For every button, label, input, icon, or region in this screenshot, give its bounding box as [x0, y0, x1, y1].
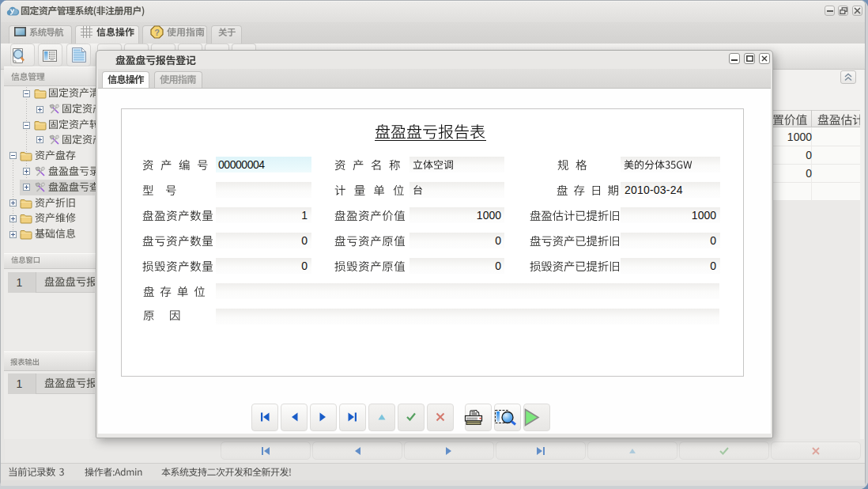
svg-text:?: ? [154, 28, 160, 37]
